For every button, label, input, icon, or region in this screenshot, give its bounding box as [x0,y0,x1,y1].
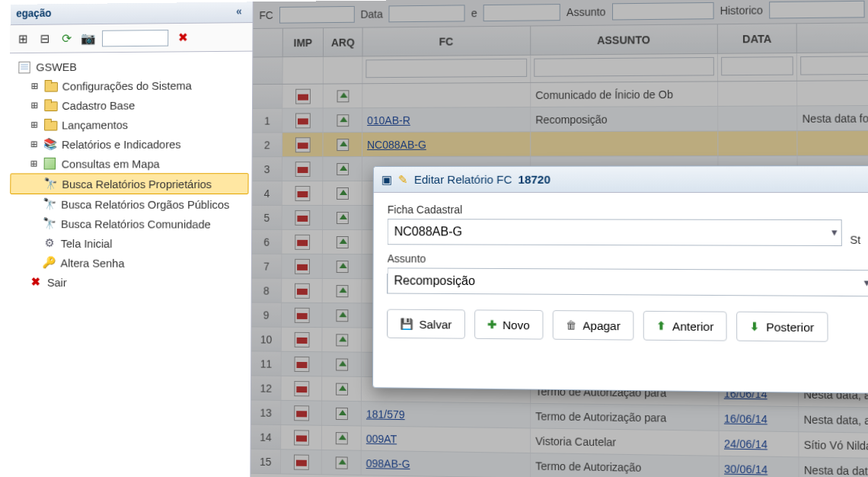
status-label: St [850,234,868,247]
folder-icon [43,119,57,131]
refresh-icon[interactable]: ⟳ [58,30,74,47]
tree-item[interactable]: ⊞ Consultas em Mapa [10,153,248,173]
binoculars-icon: 🔭 [43,177,57,190]
tree-label: Altera Senha [60,256,124,269]
close-icon: ✖ [28,275,43,289]
save-button-label: Salvar [419,317,452,330]
tree-label: Consultas em Mapa [62,157,160,170]
save-button[interactable]: 💾 Salvar [387,309,464,339]
tree-label: Relatórios e Indicadores [62,137,181,150]
expander-icon[interactable]: ⊞ [30,79,39,93]
tree-item[interactable]: ⊞ 📚 Relatórios e Indicadores [11,134,249,154]
ficha-label: Ficha Cadastral [388,203,842,216]
nav-header: egação « [11,2,253,25]
binoculars-icon: 🔭 [42,197,56,211]
arrow-down-icon: ⬇ [750,320,760,333]
tree-item[interactable]: ⊞ Cadastro Base [11,94,249,115]
navigation-panel: egação « ⊞ ⊟ ⟳ 📷 ✖ GSWEB ⊞ Configurações… [6,2,254,476]
tree-label: Configurações do Sistema [62,78,192,92]
clear-search-icon[interactable]: ✖ [174,29,191,46]
new-button[interactable]: ✚ Novo [474,309,543,339]
nav-tree: GSWEB ⊞ Configurações do Sistema ⊞ Cadas… [8,52,252,298]
plus-icon: ✚ [487,319,496,331]
new-button-label: Novo [503,318,530,331]
collapse-icon[interactable]: « [236,5,248,17]
assunto-label: Assunto [388,252,868,267]
modal-titlebar[interactable]: ▣ ✎ Editar Relatório FC 18720 [374,166,868,193]
tree-item[interactable]: ⊞ Configurações do Sistema [11,75,249,95]
tree-root[interactable]: GSWEB [11,56,250,77]
camera-icon[interactable]: 📷 [80,30,96,46]
ficha-input[interactable] [388,219,842,246]
folder-icon [43,99,57,111]
books-icon: 📚 [43,137,57,151]
previous-button[interactable]: ⬆ Anterior [643,311,727,341]
gear-icon: ⚙ [42,236,56,250]
tree-label: Lançamentos [62,118,128,131]
key-icon: 🔑 [41,256,56,270]
expand-all-icon[interactable]: ⊞ [14,30,30,47]
previous-button-label: Anterior [672,319,714,333]
expander-icon[interactable]: ⊞ [30,118,39,132]
modal-title-text: Editar Relatório FC [414,173,512,186]
modal-button-bar: 💾 Salvar ✚ Novo 🗑 Apagar ⬆ Anterior ⬇ Po… [387,309,868,343]
tree-label: Cadastro Base [62,98,135,111]
nav-title: egação [16,7,51,19]
tree-item-busca-proprietarios[interactable]: 🔭 Busca Relatórios Proprietários [10,173,248,194]
trash-icon: 🗑 [566,319,576,331]
modal-title-id: 18720 [519,173,550,186]
edit-report-modal: ▣ ✎ Editar Relatório FC 18720 Ficha Cada… [372,165,868,394]
tree-root-label: GSWEB [36,60,77,73]
next-button-label: Posterior [766,320,814,334]
assunto-input[interactable] [387,267,868,296]
collapse-all-icon[interactable]: ⊟ [37,30,53,47]
expander-icon[interactable]: ⊞ [29,157,38,171]
map-icon [43,158,57,170]
tree-item-sair[interactable]: ✖ Sair [9,272,248,293]
folder-icon [43,80,58,92]
window-icon: ▣ [381,172,392,186]
tree-label: Tela Inicial [61,237,113,250]
tree-label: Busca Relatórios Orgãos Públicos [61,197,229,210]
tree-label: Sair [47,276,67,289]
pencil-icon: ✎ [398,172,408,186]
tree-item-tela-inicial[interactable]: ⚙ Tela Inicial [9,233,248,254]
nav-search-input[interactable] [102,30,168,46]
tree-item-altera-senha[interactable]: 🔑 Altera Senha [9,252,248,273]
save-icon: 💾 [400,318,413,330]
modal-body: Ficha Cadastral ▾ St Assunto ▾ 💾 [373,193,868,357]
tree-item-busca-comunidade[interactable]: 🔭 Busca Relatórios Comunidade [10,213,249,233]
tree-item-busca-orgaos[interactable]: 🔭 Busca Relatórios Orgãos Públicos [10,194,248,214]
tree-label: Busca Relatórios Comunidade [61,217,211,230]
next-button[interactable]: ⬇ Posterior [736,312,828,342]
delete-button[interactable]: 🗑 Apagar [552,310,633,341]
expander-icon[interactable]: ⊞ [30,137,39,151]
page-icon [17,61,31,73]
tree-label: Busca Relatórios Proprietários [62,178,212,190]
delete-button-label: Apagar [582,319,621,332]
tree-item[interactable]: ⊞ Lançamentos [11,114,249,135]
arrow-up-icon: ⬆ [656,319,665,331]
expander-icon[interactable]: ⊞ [30,98,39,112]
binoculars-icon: 🔭 [42,216,56,230]
nav-toolbar: ⊞ ⊟ ⟳ 📷 ✖ [10,23,252,53]
